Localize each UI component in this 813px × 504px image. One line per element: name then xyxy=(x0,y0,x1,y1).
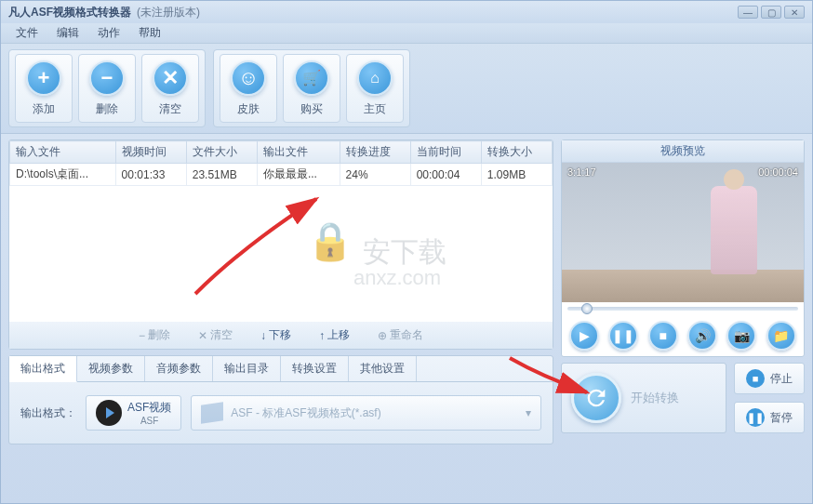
file-table-panel: 输入文件 视频时间 文件大小 输出文件 转换进度 当前时间 转换大小 D:\to… xyxy=(8,139,553,350)
col-ctime[interactable]: 当前时间 xyxy=(410,141,481,164)
watermark-text: 安下载 xyxy=(363,233,446,272)
watermark-shield-icon: 🔒 xyxy=(307,219,353,263)
convert-panel: 开始转换 xyxy=(561,363,726,433)
seek-thumb[interactable] xyxy=(581,303,593,314)
col-progress[interactable]: 转换进度 xyxy=(340,141,410,164)
add-button[interactable]: +添加 xyxy=(15,54,73,123)
tab-output-dir[interactable]: 输出目录 xyxy=(213,356,281,381)
row-moveup[interactable]: ↑上移 xyxy=(319,327,350,343)
tab-audio-params[interactable]: 音频参数 xyxy=(145,356,213,381)
menu-action[interactable]: 动作 xyxy=(88,25,129,41)
folder-icon: 📁 xyxy=(773,328,789,343)
row-delete[interactable]: −删除 xyxy=(139,327,170,343)
play-icon xyxy=(96,400,122,426)
box-icon xyxy=(201,402,223,423)
col-vtime[interactable]: 视频时间 xyxy=(115,141,186,164)
menu-file[interactable]: 文件 xyxy=(7,25,47,41)
cart-icon: 🛒 xyxy=(294,60,329,96)
speaker-icon: 🔊 xyxy=(695,328,711,343)
home-icon: ⌂ xyxy=(357,60,393,96)
file-table: 输入文件 视频时间 文件大小 输出文件 转换进度 当前时间 转换大小 D:\to… xyxy=(9,140,553,186)
format-button[interactable]: ASF视频 ASF xyxy=(86,395,181,431)
start-label: 开始转换 xyxy=(631,390,679,406)
stop-icon: ■ xyxy=(660,328,667,343)
format-select[interactable]: ASF - 标准ASF视频格式(*.asf) ▾ xyxy=(191,395,541,431)
app-subtitle: (未注册版本) xyxy=(137,5,200,20)
x-icon: ✕ xyxy=(153,60,188,96)
col-fsize[interactable]: 文件大小 xyxy=(186,141,257,164)
tab-output-format[interactable]: 输出格式 xyxy=(9,356,77,382)
col-csize[interactable]: 转换大小 xyxy=(481,141,552,164)
plus-icon: + xyxy=(26,60,61,96)
menubar: 文件 编辑 动作 帮助 xyxy=(1,23,812,44)
menu-help[interactable]: 帮助 xyxy=(129,25,170,41)
seekbar[interactable] xyxy=(562,302,804,315)
volume-button[interactable]: 🔊 xyxy=(687,321,717,351)
refresh-icon xyxy=(583,385,609,411)
col-input[interactable]: 输入文件 xyxy=(10,141,116,164)
col-output[interactable]: 输出文件 xyxy=(257,141,340,164)
skin-button[interactable]: ☺皮肤 xyxy=(220,54,277,123)
timestamp-right: 00:00:04 xyxy=(758,166,798,178)
toolbar: +添加 −删除 ✕清空 ☺皮肤 🛒购买 ⌂主页 xyxy=(1,44,812,134)
pause-convert-button[interactable]: ❚❚暂停 xyxy=(734,402,805,433)
clear-button[interactable]: ✕清空 xyxy=(141,54,199,123)
menu-edit[interactable]: 编辑 xyxy=(47,25,88,41)
rename-icon: ⊕ xyxy=(378,329,387,342)
arrow-down-icon: ↓ xyxy=(260,329,266,342)
camera-icon: 📷 xyxy=(734,328,750,343)
pause-icon: ❚❚ xyxy=(746,408,765,427)
x-icon: ✕ xyxy=(198,329,207,342)
close-button[interactable]: ✕ xyxy=(784,6,805,19)
stop-convert-button[interactable]: ■停止 xyxy=(734,363,805,394)
arrow-up-icon: ↑ xyxy=(319,329,325,342)
smile-icon: ☺ xyxy=(231,60,266,96)
titlebar: 凡人ASF视频格式转换器 (未注册版本) — ▢ ✕ xyxy=(1,1,812,23)
preview-video[interactable]: 3:1:17 00:00:04 xyxy=(562,163,804,302)
minus-icon: − xyxy=(89,60,125,96)
tab-other-settings[interactable]: 其他设置 xyxy=(349,356,417,381)
row-movedown[interactable]: ↓下移 xyxy=(260,327,291,343)
play-icon: ▶ xyxy=(580,328,590,343)
preview-title: 视频预览 xyxy=(562,140,804,163)
delete-button[interactable]: −删除 xyxy=(78,54,136,123)
minus-icon: − xyxy=(139,329,145,342)
settings-panel: 输出格式 视频参数 音频参数 输出目录 转换设置 其他设置 输出格式： ASF视… xyxy=(8,355,553,444)
home-button[interactable]: ⌂主页 xyxy=(346,54,404,123)
annotation-arrow-icon xyxy=(186,192,335,303)
stop-button[interactable]: ■ xyxy=(648,321,678,351)
table-row[interactable]: D:\tools\桌面... 00:01:33 23.51MB 你最最最... … xyxy=(10,164,553,186)
format-label: 输出格式： xyxy=(20,405,76,421)
row-clear[interactable]: ✕清空 xyxy=(198,327,233,343)
tab-video-params[interactable]: 视频参数 xyxy=(77,356,145,381)
maximize-button[interactable]: ▢ xyxy=(761,6,781,19)
minimize-button[interactable]: — xyxy=(738,6,758,19)
row-rename[interactable]: ⊕重命名 xyxy=(378,327,423,343)
stop-icon: ■ xyxy=(746,369,765,388)
watermark-url: anxz.com xyxy=(353,266,441,290)
tab-convert-settings[interactable]: 转换设置 xyxy=(281,356,349,381)
table-actions: −删除 ✕清空 ↓下移 ↑上移 ⊕重命名 xyxy=(9,322,553,349)
chevron-down-icon: ▾ xyxy=(526,406,531,419)
snapshot-button[interactable]: 📷 xyxy=(726,321,756,351)
timestamp-left: 3:1:17 xyxy=(567,166,596,178)
app-title: 凡人ASF视频格式转换器 xyxy=(8,5,131,20)
buy-button[interactable]: 🛒购买 xyxy=(283,54,340,123)
pause-icon: ❚❚ xyxy=(612,328,634,343)
start-convert-button[interactable] xyxy=(571,373,621,423)
pause-button[interactable]: ❚❚ xyxy=(608,321,638,351)
play-button[interactable]: ▶ xyxy=(569,321,599,351)
open-button[interactable]: 📁 xyxy=(766,321,796,351)
preview-panel: 视频预览 3:1:17 00:00:04 ▶ ❚❚ ■ 🔊 📷 📁 xyxy=(561,139,805,357)
